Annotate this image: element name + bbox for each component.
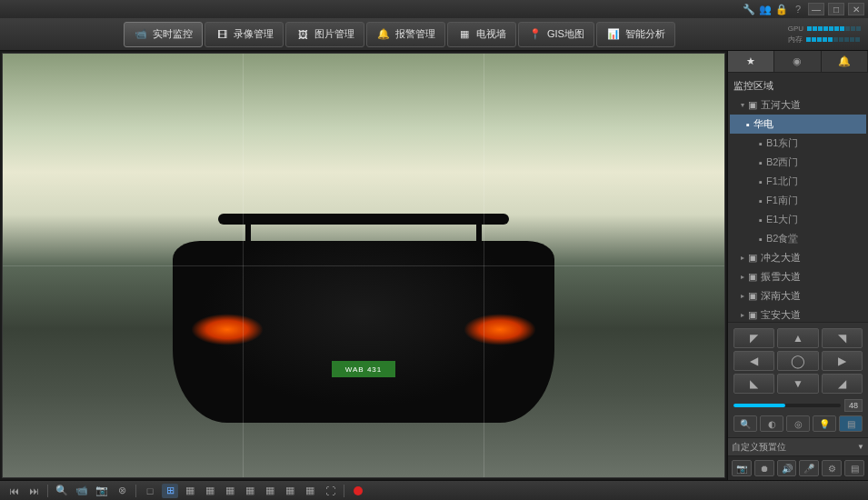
more-icon[interactable]: ▤ (844, 460, 864, 476)
nav-tabs: 📹 实时监控 🎞 录像管理 🖼 图片管理 🔔 报警管理 ▦ 电视墙 📍 GIS地… (124, 22, 675, 47)
tree-item[interactable]: ▪B1东门 (730, 134, 866, 153)
record-toggle-button[interactable] (350, 484, 366, 498)
mem-meter (806, 37, 860, 42)
tree-root[interactable]: ▾ ▣ 五河大道 (730, 95, 866, 115)
tree-header: 监控区域 (730, 76, 866, 95)
preset-bar[interactable]: 自定义预置位 ▼ (728, 437, 868, 455)
ptz-left[interactable]: ◀ (733, 351, 774, 371)
ptz-center[interactable]: ◯ (777, 351, 818, 371)
tree-item[interactable]: ▪F1北门 (730, 172, 866, 191)
sidebar-tab-favorites[interactable]: ★ (728, 51, 774, 72)
tree-section-label: 深南大道 (761, 289, 801, 303)
layout-25-button[interactable]: ▦ (262, 484, 278, 498)
ptz-down[interactable]: ▼ (777, 374, 818, 394)
ptz-right[interactable]: ▶ (822, 351, 863, 371)
zoom-in-button[interactable]: 🔍 (54, 484, 70, 498)
tree-item-selected[interactable]: ▪ 华电 (730, 115, 866, 134)
nav-tab-tvwall[interactable]: ▦ 电视墙 (447, 22, 516, 47)
folder-icon: ▣ (748, 271, 757, 283)
nav-tab-live[interactable]: 📹 实时监控 (124, 22, 203, 47)
tree-section[interactable]: ▸▣宝安大道 (730, 305, 866, 322)
tree-section[interactable]: ▸▣冲之大道 (730, 248, 866, 267)
tree-item-label: 华电 (753, 117, 773, 131)
maximize-button[interactable]: □ (828, 3, 844, 15)
layout-4-button[interactable]: ⊞ (162, 484, 178, 498)
layout-1-button[interactable]: □ (142, 484, 158, 498)
wrench-icon[interactable]: 🔧 (743, 3, 755, 15)
film-icon: 🎞 (215, 28, 229, 41)
tree-item[interactable]: ▪B2食堂 (730, 229, 866, 248)
snapshot-icon[interactable]: 📷 (732, 460, 752, 476)
light-button[interactable]: 💡 (813, 415, 836, 432)
tree-item-label: F1北门 (766, 175, 798, 188)
ptz-down-right[interactable]: ◢ (822, 374, 863, 394)
camera-node-icon: ▪ (746, 119, 750, 130)
camera-node-icon: ▪ (759, 195, 763, 206)
local-record-button[interactable]: 📹 (74, 484, 90, 498)
tree-section[interactable]: ▸▣深南大道 (730, 286, 866, 305)
close-all-button[interactable]: ⊗ (114, 484, 130, 498)
layout-8-button[interactable]: ▦ (202, 484, 218, 498)
layout-9-button[interactable]: ▦ (222, 484, 238, 498)
ptz-down-left[interactable]: ◣ (733, 374, 774, 394)
nav-label: 智能分析 (625, 27, 665, 41)
tree-item[interactable]: ▪E1大门 (730, 210, 866, 229)
video-frame: WAB 431 (3, 54, 724, 477)
ptz-speed-value: 48 (844, 399, 863, 412)
nav-tab-record[interactable]: 🎞 录像管理 (205, 22, 284, 47)
zoom-button[interactable]: 🔍 (733, 415, 757, 432)
tree-item-label: F1南门 (766, 194, 798, 207)
tree-item[interactable]: ▪F1南门 (730, 191, 866, 210)
talk-icon[interactable]: 🎤 (799, 460, 819, 476)
record-icon[interactable]: ⏺ (754, 460, 774, 476)
record-dot-icon (354, 486, 363, 495)
fullscreen-button[interactable]: ⛶ (322, 484, 338, 498)
help-icon[interactable]: ? (792, 3, 804, 15)
snapshot-button[interactable]: 📷 (94, 484, 110, 498)
focus-button[interactable]: ◎ (786, 415, 810, 432)
sidebar-tab-alarm[interactable]: 🔔 (822, 51, 868, 72)
nav-tab-alarm[interactable]: 🔔 报警管理 (366, 22, 445, 47)
users-icon[interactable]: 👥 (759, 3, 772, 15)
nav-label: 实时监控 (153, 27, 193, 41)
logo-region (7, 21, 116, 48)
prev-page-button[interactable]: ⏮ (5, 484, 22, 498)
nav-tab-gis[interactable]: 📍 GIS地图 (518, 22, 594, 47)
nav-tab-image[interactable]: 🖼 图片管理 (285, 22, 364, 47)
nav-tab-analytics[interactable]: 📊 智能分析 (596, 22, 675, 47)
settings-icon[interactable]: ⚙ (822, 460, 842, 476)
sidebar-tab-camera[interactable]: ◉ (774, 51, 821, 72)
folder-icon: ▣ (748, 252, 757, 264)
tree-item[interactable]: ▪B2西门 (730, 153, 866, 172)
tree-section-label: 宝安大道 (761, 308, 801, 322)
tree-item-label: B2食堂 (766, 232, 798, 245)
minimize-button[interactable]: — (808, 3, 824, 15)
sidebar: ★ ◉ 🔔 监控区域 ▾ ▣ 五河大道 ▪ 华电 ▪B1东门 ▪B2西门 ▪F1… (727, 51, 868, 480)
ptz-up-left[interactable]: ◤ (733, 328, 774, 348)
folder-icon: ▣ (748, 99, 757, 111)
layout-16-button[interactable]: ▦ (242, 484, 258, 498)
chevron-down-icon: ▼ (857, 443, 864, 451)
nav-label: 图片管理 (314, 27, 354, 41)
lock-icon[interactable]: 🔒 (775, 3, 788, 15)
layout-custom-button[interactable]: ▦ (302, 484, 318, 498)
tree-section[interactable]: ▸▣振雪大道 (730, 267, 866, 286)
audio-icon[interactable]: 🔊 (777, 460, 797, 476)
ptz-speed-slider[interactable] (733, 404, 841, 407)
wiper-button[interactable]: ▤ (839, 415, 863, 432)
tree-root-label: 五河大道 (761, 98, 801, 112)
bell-icon: 🔔 (376, 28, 391, 41)
layout-6-button[interactable]: ▦ (182, 484, 198, 498)
grid-icon: ▦ (457, 28, 472, 41)
ptz-up[interactable]: ▲ (777, 328, 818, 348)
next-page-button[interactable]: ⏭ (25, 484, 42, 498)
close-button[interactable]: ✕ (848, 3, 864, 15)
expand-icon: ▸ (741, 311, 744, 319)
iris-button[interactable]: ◐ (760, 415, 783, 432)
collapse-icon: ▾ (741, 101, 744, 109)
ptz-up-right[interactable]: ◥ (822, 328, 863, 348)
layout-36-button[interactable]: ▦ (282, 484, 298, 498)
license-plate: WAB 431 (332, 361, 395, 377)
nav-label: GIS地图 (547, 27, 584, 41)
video-area[interactable]: WAB 431 (2, 53, 725, 478)
